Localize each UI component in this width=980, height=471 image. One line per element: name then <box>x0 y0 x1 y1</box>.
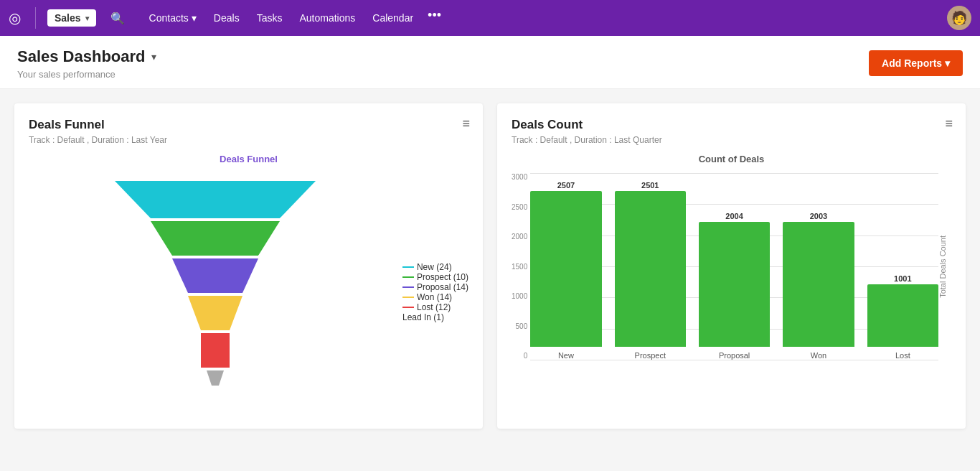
svg-marker-0 <box>115 181 316 218</box>
contacts-link[interactable]: Contacts ▾ <box>142 8 204 28</box>
tasks-link[interactable]: Tasks <box>250 8 290 28</box>
funnel-chart-title: Deals Funnel <box>29 154 468 164</box>
bar-group-prospect: 2501 Prospect <box>615 181 686 360</box>
y-tick-2000: 2000 <box>512 233 527 241</box>
bar-group-won: 2003 Won <box>783 212 854 360</box>
funnel-menu-icon[interactable]: ≡ <box>462 116 470 131</box>
funnel-card-title: Deals Funnel <box>29 118 468 132</box>
bar-card-title: Deals Count <box>512 118 951 132</box>
funnel-svg <box>29 181 402 404</box>
funnel-label-won: Won (14) <box>402 292 468 302</box>
contacts-chevron-icon: ▾ <box>192 12 197 24</box>
bar-value-won: 2003 <box>810 212 827 220</box>
y-tick-0: 0 <box>512 352 527 360</box>
bar-label-proposal: Proposal <box>719 351 750 360</box>
main-content: Deals Funnel Track : Default , Duration … <box>0 89 980 443</box>
bar-lost <box>867 284 938 347</box>
bar-menu-icon[interactable]: ≡ <box>945 116 953 131</box>
funnel-label-prospect: Prospect (10) <box>402 272 468 282</box>
funnel-label-lost: Lost (12) <box>402 302 468 312</box>
page-header: Sales Dashboard ▾ Your sales performance… <box>0 36 980 89</box>
bar-prospect <box>615 191 686 347</box>
bar-won <box>783 222 854 347</box>
deals-link[interactable]: Deals <box>207 8 247 28</box>
page-title: Sales Dashboard <box>17 47 146 66</box>
bar-group-new: 2507 New <box>530 181 601 360</box>
calendar-link[interactable]: Calendar <box>365 8 420 28</box>
svg-marker-6 <box>201 333 230 368</box>
bar-label-won: Won <box>811 351 826 360</box>
y-tick-1500: 1500 <box>512 263 527 271</box>
bar-group-proposal: 2004 Proposal <box>699 212 770 360</box>
page-subtitle: Your sales performance <box>17 69 156 80</box>
bar-label-new: New <box>558 351 574 360</box>
bar-value-proposal: 2004 <box>725 212 743 220</box>
app-logo: ◎ <box>9 9 21 27</box>
more-icon[interactable]: ••• <box>423 8 446 28</box>
bar-card: Deals Count Track : Default , Duration :… <box>497 103 966 429</box>
add-reports-button[interactable]: Add Reports ▾ <box>869 50 963 76</box>
y-tick-1000: 1000 <box>512 292 527 300</box>
bar-chart-inner: 2507 New 2501 Prospect 2004 <box>530 173 938 360</box>
search-icon[interactable]: 🔍 <box>110 11 125 25</box>
svg-marker-4 <box>172 258 258 293</box>
y-axis-ticks: 3000 2500 2000 1500 1000 500 0 <box>512 173 527 360</box>
y-tick-2500: 2500 <box>512 203 527 211</box>
bar-card-subtitle: Track : Default , Duration : Last Quarte… <box>512 135 951 145</box>
avatar-icon: 🧑 <box>951 10 967 26</box>
funnel-label-new: New (24) <box>402 262 468 272</box>
y-axis-label: Total Deals Count <box>938 236 947 298</box>
bars-row: 2507 New 2501 Prospect 2004 <box>530 173 938 360</box>
funnel-label-proposal: Proposal (14) <box>402 282 468 292</box>
funnel-container: New (24) Prospect (10) Proposal (14) Won… <box>29 170 468 414</box>
bar-value-new: 2507 <box>557 181 575 190</box>
bar-new <box>530 191 601 347</box>
bar-value-lost: 1001 <box>894 274 911 283</box>
bar-label-prospect: Prospect <box>635 351 666 360</box>
y-tick-500: 500 <box>512 322 527 330</box>
page-title-chevron-icon[interactable]: ▾ <box>151 51 156 62</box>
funnel-labels: New (24) Prospect (10) Proposal (14) Won… <box>402 255 468 330</box>
nav-divider <box>35 7 36 29</box>
bar-proposal <box>699 222 770 347</box>
chevron-down-icon: ▾ <box>85 14 89 22</box>
automations-link[interactable]: Automations <box>292 8 362 28</box>
funnel-card: Deals Funnel Track : Default , Duration … <box>14 103 483 429</box>
svg-marker-7 <box>207 370 224 386</box>
nav-links: Contacts ▾ Deals Tasks Automations Calen… <box>142 8 446 28</box>
bar-label-lost: Lost <box>895 351 910 360</box>
bar-group-lost: 1001 Lost <box>867 274 938 360</box>
navbar: ◎ Sales ▾ 🔍 Contacts ▾ Deals Tasks Autom… <box>0 0 980 36</box>
svg-marker-2 <box>151 221 280 256</box>
sales-dropdown-label: Sales <box>55 12 81 24</box>
avatar[interactable]: 🧑 <box>947 6 971 30</box>
funnel-label-leadin: Lead In (1) <box>402 312 468 322</box>
bar-chart-area: 3000 2500 2000 1500 1000 500 0 <box>512 173 951 360</box>
bar-chart-title: Count of Deals <box>512 154 951 164</box>
funnel-card-subtitle: Track : Default , Duration : Last Year <box>29 135 468 145</box>
sales-dropdown[interactable]: Sales ▾ <box>47 9 96 27</box>
y-tick-3000: 3000 <box>512 173 527 181</box>
svg-marker-5 <box>188 296 242 330</box>
add-reports-label: Add Reports ▾ <box>882 57 950 69</box>
bar-value-prospect: 2501 <box>641 181 659 190</box>
